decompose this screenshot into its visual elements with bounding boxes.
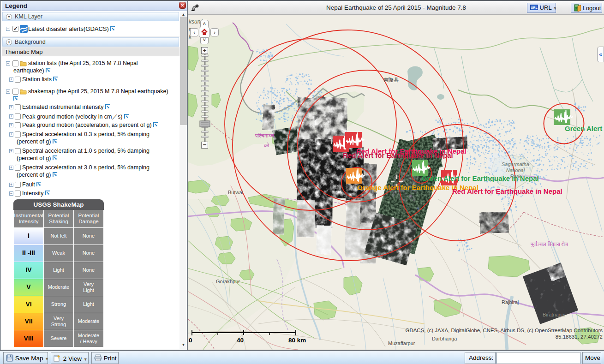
svg-text:URL: URL	[531, 6, 538, 9]
svg-text:Butwal: Butwal	[228, 190, 243, 195]
svg-text:पश्चिमाञ्च: पश्चिमाञ्च	[255, 133, 275, 138]
svg-text:Red Alert for Earthquake in Ne: Red Alert for Earthquake in Nepal	[452, 187, 562, 195]
svg-text:Green Alert for Earthquake in: Green Alert for Earthquake in Nepal	[422, 174, 539, 182]
svg-text:Red Alert for Earthquake in Ne: Red Alert for Earthquake in Nepal	[343, 151, 453, 159]
svg-text:Rajbiraj: Rajbiraj	[502, 299, 519, 305]
svg-text:Biratnagar: Biratnagar	[543, 312, 566, 317]
svg-text:को: को	[263, 142, 269, 148]
svg-text:पूर्वाञ्चल विकास क्षेत्र: पूर्वाञ्चल विकास क्षेत्र	[530, 241, 568, 247]
svg-text:吉隆县: 吉隆县	[383, 77, 399, 83]
svg-text:Green Alert: Green Alert	[565, 125, 602, 132]
svg-text:Muzaffarpur: Muzaffarpur	[388, 340, 415, 346]
svg-text:National: National	[506, 167, 525, 173]
svg-text:म: म	[416, 205, 419, 211]
svg-text:Sagarmatha: Sagarmatha	[502, 161, 529, 167]
svg-text:Gorakhpur: Gorakhpur	[216, 279, 240, 284]
